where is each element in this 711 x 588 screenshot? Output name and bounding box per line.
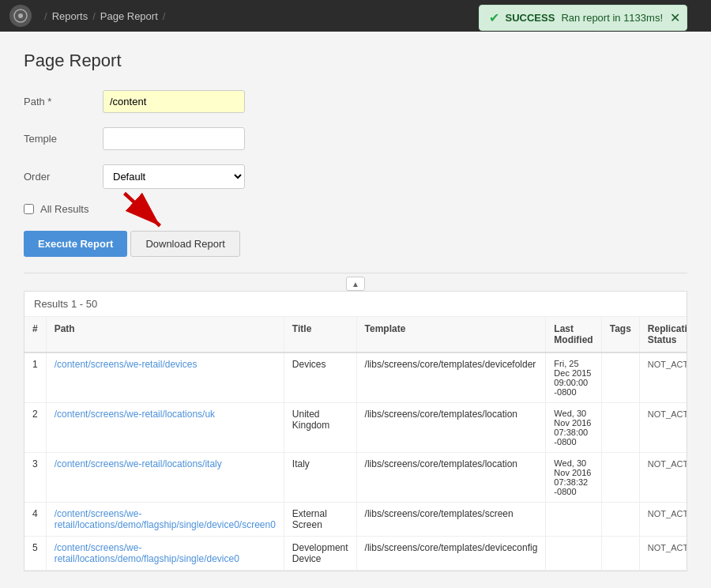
temple-input[interactable] (103, 127, 245, 150)
all-results-checkbox[interactable] (24, 204, 34, 214)
breadcrumb-page-report[interactable]: Page Report (100, 10, 158, 22)
col-header-template[interactable]: Template (356, 317, 546, 352)
cell-template: /libs/screens/core/templates/location (356, 403, 546, 453)
order-select[interactable]: Default Title Path Last Modified (103, 164, 245, 189)
col-header-title[interactable]: Title (284, 317, 356, 352)
cell-path[interactable]: /content/screens/we-retail/locations/dem… (46, 503, 284, 537)
page-title: Page Report (24, 51, 687, 71)
cell-path[interactable]: /content/screens/we-retail/devices (46, 352, 284, 403)
cell-path[interactable]: /content/screens/we-retail/locations/uk (46, 403, 284, 453)
path-field-group: Path * (24, 90, 687, 113)
notification-message: Ran report in 1133ms! (561, 12, 663, 24)
results-count: Results 1 - 50 (24, 292, 687, 317)
path-input[interactable] (103, 90, 245, 113)
cell-path[interactable]: /content/screens/we-retail/locations/dem… (46, 537, 284, 571)
breadcrumb-sep-3: / (163, 10, 166, 22)
results-section: Results 1 - 50 # Path Title Template Las… (24, 291, 687, 571)
cell-title: External Screen (284, 503, 356, 537)
all-results-group: All Results (24, 203, 687, 215)
cell-num: 5 (24, 537, 46, 571)
all-results-label[interactable]: All Results (40, 203, 88, 215)
cell-title: United Kingdom (284, 403, 356, 453)
temple-label: Temple (24, 133, 103, 145)
svg-point-1 (18, 13, 23, 18)
table-row: 4 /content/screens/we-retail/locations/d… (24, 503, 687, 537)
table-row: 5 /content/screens/we-retail/locations/d… (24, 537, 687, 571)
cell-modified: Wed, 30 Nov 2016 07:38:00 -0800 (546, 403, 601, 453)
cell-replication: NOT_ACTIVATED (639, 537, 687, 571)
path-link[interactable]: /content/screens/we-retail/locations/ita… (55, 458, 222, 469)
order-field-group: Order Default Title Path Last Modified (24, 164, 687, 189)
cell-replication: NOT_ACTIVATED (639, 503, 687, 537)
breadcrumb-reports[interactable]: Reports (52, 10, 88, 22)
col-header-replication[interactable]: ReplicationStatus (639, 317, 687, 352)
path-label: Path * (24, 96, 103, 107)
cell-template: /libs/screens/core/templates/deviceconfi… (356, 537, 546, 571)
cell-title: Development Device (284, 537, 356, 571)
cell-replication: NOT_ACTIVATED (639, 403, 687, 453)
cell-num: 2 (24, 403, 46, 453)
path-link[interactable]: /content/screens/we-retail/locations/uk (55, 409, 215, 420)
cell-title: Devices (284, 352, 356, 403)
cell-replication: NOT_ACTIVATED (639, 453, 687, 503)
execute-report-button[interactable]: Execute Report (24, 231, 127, 257)
app-logo[interactable] (9, 5, 32, 27)
cell-template: /libs/screens/core/templates/screen (356, 503, 546, 537)
cell-replication: NOT_ACTIVATED (639, 352, 687, 403)
cell-tags (601, 537, 639, 571)
buttons-area: Execute Report Download Report (24, 231, 687, 257)
success-icon: ✔ (489, 10, 499, 25)
action-buttons: Execute Report Download Report (24, 231, 687, 257)
table-header-row: # Path Title Template LastModified Tags … (24, 317, 687, 352)
cell-modified: Wed, 30 Nov 2016 07:38:32 -0800 (546, 453, 601, 503)
collapse-toggle-button[interactable]: ▲ (346, 277, 365, 291)
success-notification: ✔ SUCCESS Ran report in 1133ms! ✕ (479, 5, 687, 31)
path-link[interactable]: /content/screens/we-retail/locations/dem… (55, 542, 239, 564)
cell-modified (546, 503, 601, 537)
cell-tags (601, 503, 639, 537)
temple-field-group: Temple (24, 127, 687, 150)
topbar: / Reports / Page Report / ✔ SUCCESS Ran … (0, 0, 711, 32)
results-table-scroll[interactable]: # Path Title Template LastModified Tags … (24, 317, 687, 571)
cell-modified (546, 537, 601, 571)
order-label: Order (24, 171, 103, 183)
cell-num: 4 (24, 503, 46, 537)
cell-tags (601, 453, 639, 503)
path-link[interactable]: /content/screens/we-retail/devices (55, 359, 198, 370)
cell-modified: Fri, 25 Dec 2015 09:00:00 -0800 (546, 352, 601, 403)
download-report-button[interactable]: Download Report (130, 231, 239, 257)
cell-num: 3 (24, 453, 46, 503)
col-header-tags[interactable]: Tags (601, 317, 639, 352)
table-row: 3 /content/screens/we-retail/locations/i… (24, 453, 687, 503)
col-header-num[interactable]: # (24, 317, 46, 352)
col-header-modified[interactable]: LastModified (546, 317, 601, 352)
table-row: 1 /content/screens/we-retail/devices Dev… (24, 352, 687, 403)
table-row: 2 /content/screens/we-retail/locations/u… (24, 403, 687, 453)
breadcrumb-sep-2: / (92, 10, 96, 22)
main-content: Page Report Path * Temple Order Default … (0, 32, 711, 588)
breadcrumb-sep-1: / (44, 10, 47, 22)
cell-template: /libs/screens/core/templates/devicefolde… (356, 352, 546, 403)
results-table: # Path Title Template LastModified Tags … (24, 317, 687, 571)
cell-title: Italy (284, 453, 356, 503)
cell-num: 1 (24, 352, 46, 403)
col-header-path[interactable]: Path (46, 317, 284, 352)
notification-close-button[interactable]: ✕ (670, 12, 680, 24)
path-link[interactable]: /content/screens/we-retail/locations/dem… (55, 508, 276, 530)
cell-template: /libs/screens/core/templates/location (356, 453, 546, 503)
divider-row: ▲ (24, 273, 687, 291)
cell-tags (601, 352, 639, 403)
notification-bold: SUCCESS (506, 12, 555, 24)
cell-tags (601, 403, 639, 453)
cell-path[interactable]: /content/screens/we-retail/locations/ita… (46, 453, 284, 503)
